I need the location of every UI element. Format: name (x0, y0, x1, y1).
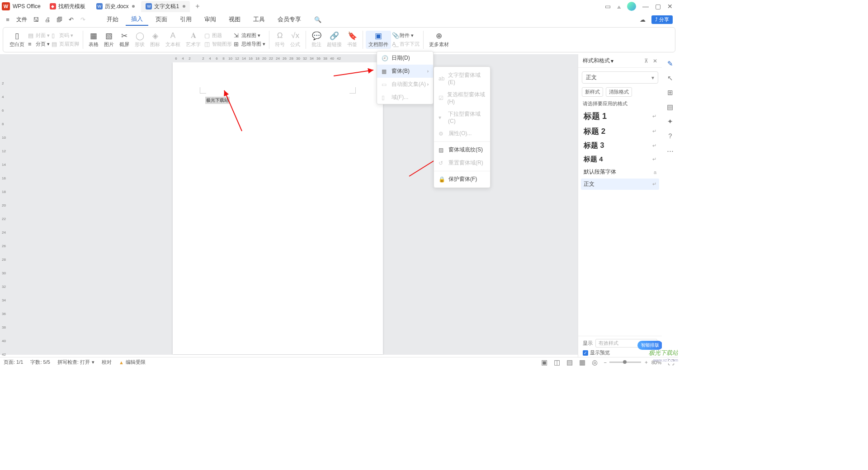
formula-button[interactable]: √x公式 (288, 31, 303, 49)
dropcap-button[interactable]: A͟首字下沉 (391, 40, 420, 48)
label: 窗体域底纹(S) (448, 146, 483, 154)
pencil-icon[interactable]: ✎ (667, 60, 673, 68)
selected-text[interactable]: 极光下载站 (205, 97, 230, 104)
cover-button[interactable]: ▤封面 ▾ (27, 32, 51, 39)
tab-insert[interactable]: 插入 (126, 13, 148, 26)
print-preview-icon[interactable]: 🗐 (54, 14, 64, 24)
minimize-icon[interactable]: — (642, 3, 649, 10)
wps-logo-icon: W (2, 2, 10, 10)
file-menu[interactable]: 文件 (14, 16, 29, 24)
save-icon[interactable]: 🖫 (31, 14, 41, 24)
shape-button[interactable]: ◯形状 (132, 31, 147, 49)
tab-review[interactable]: 审阅 (199, 14, 222, 25)
page[interactable]: 极光下载站 (173, 62, 383, 354)
more-button[interactable]: ⊕更多素材 (426, 31, 452, 49)
web-icon[interactable]: ▤ (566, 358, 573, 367)
docpart-button[interactable]: ▣文档部件 (366, 31, 391, 49)
smartart-button[interactable]: ◫智能图形 (203, 40, 233, 48)
more-icon[interactable]: ⋯ (667, 147, 674, 155)
hamburger-icon[interactable]: ≡ (3, 14, 13, 24)
close-panel-icon[interactable]: ✕ (653, 58, 657, 64)
read-icon[interactable]: ◫ (554, 358, 560, 367)
menu-bar: ≡ 文件 🖫 🖨 🗐 ↶ ↷ 开始 插入 页面 引用 审阅 视图 工具 会员专享… (0, 13, 678, 26)
blank-page-icon: ▯ (15, 32, 19, 40)
wordart-button[interactable]: 𝐀艺术字 (183, 31, 203, 49)
pagenum-button[interactable]: ▯页码 ▾ (51, 32, 80, 39)
status-spell[interactable]: 拼写检查: 打开 ▾ (57, 359, 94, 366)
bookmark-button[interactable]: 🔖书签 (344, 31, 360, 49)
preview-label: 显示预览 (590, 349, 610, 356)
tab-page[interactable]: 页面 (150, 14, 173, 25)
label: 表格 (89, 41, 99, 48)
screenshot-button[interactable]: ✂截屏 (117, 31, 132, 49)
new-style-button[interactable]: 新样式 (582, 87, 603, 97)
table-button[interactable]: ▦表格 (86, 31, 101, 49)
style-item[interactable]: 正文↵ (581, 179, 659, 190)
layers-icon[interactable]: ▤ (667, 103, 673, 111)
window-list-icon[interactable]: ▭ (605, 3, 611, 10)
tool-icon[interactable]: ✦ (667, 118, 673, 126)
dd-shading[interactable]: ▨窗体域底纹(S) (434, 143, 490, 156)
zoom-out-icon[interactable]: − (604, 360, 607, 365)
close-icon[interactable]: ✕ (667, 3, 673, 10)
comment-button[interactable]: 💬批注 (309, 31, 324, 49)
symbol-button[interactable]: Ω符号 (272, 31, 288, 49)
formula-icon: √x (291, 32, 299, 40)
smart-layout-button[interactable]: 智能排版 (637, 341, 663, 350)
tab-start[interactable]: 开始 (101, 14, 124, 25)
paging-button[interactable]: ≡分页 ▾ (27, 40, 51, 48)
textbox-button[interactable]: A文本框 (163, 31, 183, 49)
new-tab-button[interactable]: + (192, 1, 203, 11)
dd-protect[interactable]: 🔒保护窗体(F) (434, 173, 490, 186)
avatar[interactable] (627, 2, 636, 11)
focus-icon[interactable]: ◎ (592, 358, 598, 367)
outline-icon[interactable]: ▦ (579, 358, 585, 367)
clear-format-button[interactable]: 清除格式 (606, 87, 632, 97)
print-icon[interactable]: 🖨 (42, 14, 52, 24)
style-item[interactable]: 标题 4↵ (581, 153, 659, 165)
redo-icon[interactable]: ↷ (78, 14, 88, 24)
label: 附件 (400, 32, 410, 39)
style-item[interactable]: 默认段落字体a (581, 166, 659, 178)
help-icon[interactable]: ？ (667, 132, 674, 141)
tab-templates[interactable]: ◆ 找稻壳模板 (45, 1, 90, 12)
attach-button[interactable]: 📎附件 ▾ (391, 32, 420, 39)
tab-member[interactable]: 会员专享 (272, 14, 307, 25)
status-proof[interactable]: 校对 (102, 359, 112, 366)
pictitle-button[interactable]: ▢图题 (203, 32, 233, 39)
cube-icon[interactable]: ⟁ (617, 3, 621, 10)
share-button[interactable]: ⤴ 分享 (651, 15, 673, 24)
tab-current[interactable]: W 文字文稿1 (141, 1, 190, 12)
current-style-select[interactable]: 正文▾ (582, 71, 658, 84)
blank-page-button[interactable]: ▯空白页 (7, 31, 27, 49)
maximize-icon[interactable]: ▢ (655, 3, 661, 10)
status-page[interactable]: 页面: 1/1 (4, 359, 23, 366)
tab-ref[interactable]: 引用 (175, 14, 197, 25)
undo-icon[interactable]: ↶ (66, 14, 76, 24)
status-words[interactable]: 字数: 5/5 (30, 359, 50, 366)
grid-icon[interactable]: ⊞ (667, 89, 673, 97)
icon-button[interactable]: ◈图标 (147, 31, 163, 49)
style-item[interactable]: 标题 2↵ (581, 124, 659, 138)
style-item[interactable]: 标题 3↵ (581, 139, 659, 152)
preview-checkbox[interactable]: ✓显示预览 (583, 349, 657, 356)
headerfooter-button[interactable]: ▤页眉页脚 (51, 40, 80, 48)
tab-view[interactable]: 视图 (223, 14, 246, 25)
flowchart-button[interactable]: ⇲流程图 ▾ (233, 32, 266, 39)
zoom-control[interactable]: − ＋ 80% (604, 359, 661, 366)
book-icon[interactable]: ▣ (541, 358, 547, 367)
picture-button[interactable]: ▧图片 (101, 31, 117, 49)
modified-dot-icon (132, 5, 135, 8)
pin-icon[interactable]: ⊼ (644, 58, 648, 64)
style-item[interactable]: 标题 1↵ (581, 109, 659, 123)
hyperlink-button[interactable]: 🔗超链接 (324, 31, 344, 49)
cursor-icon[interactable]: ↖ (667, 74, 673, 82)
zoom-in-icon[interactable]: ＋ (644, 359, 649, 366)
tab-history[interactable]: W 历史.docx (92, 1, 140, 12)
dd-form[interactable]: ▦窗体(B)› (377, 65, 433, 78)
mindmap-button[interactable]: ⊞思维导图 ▾ (233, 40, 266, 48)
cloud-icon[interactable]: ☁ (638, 14, 648, 24)
tab-tools[interactable]: 工具 (248, 14, 270, 25)
search-icon[interactable]: 🔍 (313, 14, 323, 24)
dd-date[interactable]: 🕘日期(D) (377, 52, 433, 65)
